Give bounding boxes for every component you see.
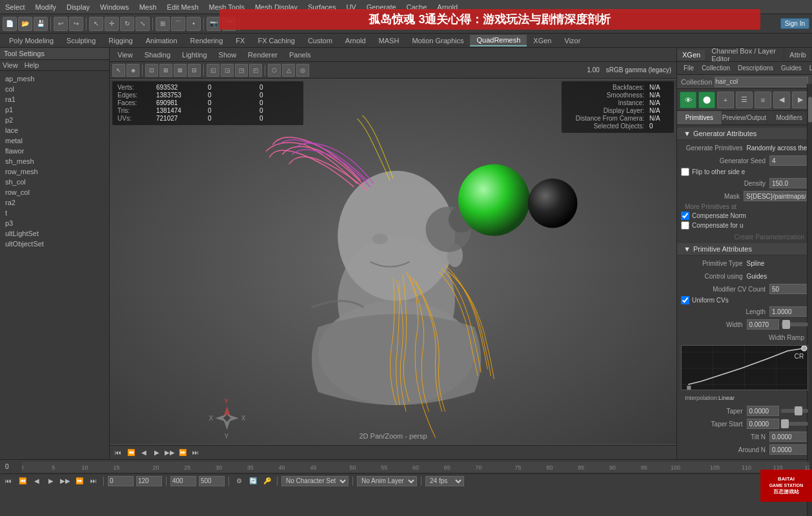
playback-forward-icon[interactable]: ▶▶	[59, 475, 71, 487]
nav-play-icon[interactable]: ▶	[151, 447, 163, 459]
compensate-norm-checkbox[interactable]	[681, 212, 689, 220]
width-slider-track[interactable]	[781, 322, 809, 326]
vp-icon-10[interactable]: △	[282, 64, 295, 77]
tab-arnold[interactable]: Arnold	[339, 35, 372, 46]
snap-grid-icon[interactable]: ⊞	[156, 17, 170, 31]
timeline-ticks[interactable]: 0 5 10 15 20 25 30 35 40 45 50 55 60 65 …	[22, 462, 809, 472]
nav-start-icon[interactable]: ⏮	[112, 447, 124, 459]
char-set-dropdown[interactable]: No Character Set	[281, 476, 349, 486]
left-item-lace[interactable]: lace	[5, 125, 104, 135]
rtab-attrib[interactable]: Attrib	[784, 50, 812, 60]
width-ramp-container[interactable]: CR	[681, 345, 808, 390]
menu-display[interactable]: Display	[61, 2, 95, 12]
rotate-icon[interactable]: ↻	[120, 17, 134, 31]
vp-icon-4[interactable]: ⊟	[188, 64, 201, 77]
left-item-sh-mesh[interactable]: sh_mesh	[5, 156, 104, 166]
vp-icon-select[interactable]: ↖	[112, 64, 125, 77]
rmenu-descriptions[interactable]: Descriptions	[734, 64, 777, 72]
tab-fx-caching[interactable]: FX Caching	[251, 35, 301, 46]
mask-input[interactable]	[744, 191, 808, 201]
vp-menu-view[interactable]: View	[112, 50, 138, 60]
rmenu-collection[interactable]: Collection	[698, 64, 734, 72]
loop-icon[interactable]: 🔄	[247, 475, 259, 487]
menu-modify[interactable]: Modify	[30, 2, 61, 12]
taper-slider-thumb[interactable]	[795, 406, 802, 415]
menu-mesh[interactable]: Mesh	[134, 2, 162, 12]
icon-add-desc[interactable]: +	[717, 92, 734, 108]
anim-end-field[interactable]	[199, 476, 225, 486]
snap-point-icon[interactable]: •	[187, 17, 201, 31]
select-icon[interactable]: ↖	[89, 17, 103, 31]
around-n-input[interactable]	[769, 444, 808, 455]
vp-icon-5[interactable]: ◱	[207, 64, 219, 77]
scale-icon[interactable]: ⤡	[136, 17, 150, 31]
sign-in-button[interactable]: Sign In	[780, 18, 809, 29]
icon-eye-green[interactable]: 👁	[680, 92, 696, 108]
nav-next-key-icon[interactable]: ⏩	[177, 447, 188, 459]
left-item-lightset[interactable]: ultLightSet	[5, 228, 104, 239]
modifier-cv-count-input[interactable]	[769, 284, 808, 294]
rmenu-file[interactable]: File	[680, 64, 698, 72]
nav-prev-key-icon[interactable]: ⏪	[125, 447, 137, 459]
generator-section-header[interactable]: ▼ Generator Attributes	[677, 128, 812, 140]
vp-icon-9[interactable]: ⬡	[268, 64, 281, 77]
vp-icon-1[interactable]: ⊡	[145, 64, 158, 77]
width-slider-thumb[interactable]	[782, 320, 790, 329]
snap-curve-icon[interactable]: ⌒	[171, 17, 185, 31]
undo-icon[interactable]: ↩	[54, 17, 68, 31]
taper-input[interactable]	[747, 406, 779, 416]
vp-icon-3[interactable]: ⊠	[174, 64, 187, 77]
left-item-row-mesh[interactable]: row_mesh	[5, 166, 104, 177]
current-frame-field[interactable]	[136, 476, 162, 486]
compensate-u-checkbox[interactable]	[681, 221, 689, 230]
vp-icon-8[interactable]: ◰	[249, 64, 262, 77]
tab-sculpting[interactable]: Sculpting	[60, 35, 102, 46]
tab-animation[interactable]: Animation	[139, 35, 184, 46]
playback-play-icon[interactable]: ▶	[45, 475, 57, 487]
open-file-icon[interactable]: 📂	[18, 17, 32, 31]
anim-start-field[interactable]	[170, 476, 196, 486]
rmenu-log[interactable]: Log	[806, 64, 812, 72]
taper-start-track[interactable]	[781, 422, 809, 426]
tab-mash[interactable]: MASH	[372, 35, 406, 46]
left-item-objectset[interactable]: ultObjectSet	[5, 239, 104, 249]
playback-end-icon[interactable]: ⏭	[88, 475, 99, 487]
tab-rigging[interactable]: Rigging	[102, 35, 139, 46]
left-item-ap-mesh[interactable]: ap_mesh	[5, 74, 104, 84]
viewport-canvas[interactable]: Y Y X X Verts: 693532 0 0 Edges: 1383753	[110, 79, 676, 445]
xgen-tab-primitives[interactable]: Primitives	[677, 111, 722, 124]
redo-icon[interactable]: ↪	[69, 17, 83, 31]
width-input[interactable]	[747, 319, 779, 330]
tab-custom[interactable]: Custom	[301, 35, 339, 46]
flip-other-side-checkbox[interactable]	[681, 168, 689, 176]
new-file-icon[interactable]: 📄	[3, 17, 17, 31]
vp-menu-shading[interactable]: Shading	[139, 50, 176, 60]
tab-fx[interactable]: FX	[229, 35, 251, 46]
vp-icon-7[interactable]: ◳	[235, 64, 248, 77]
keyframe-icon[interactable]: 🔑	[261, 475, 273, 487]
vp-menu-lighting[interactable]: Lighting	[177, 50, 212, 60]
taper-start-slider[interactable]	[747, 419, 809, 429]
icon-sphere-green[interactable]: ⬤	[698, 92, 715, 108]
playback-start-icon[interactable]: ⏮	[3, 475, 14, 487]
left-item-col[interactable]: col	[5, 84, 104, 94]
camera-icon[interactable]: 📷	[207, 17, 221, 31]
anim-layer-dropdown[interactable]: No Anim Layer	[357, 476, 417, 486]
playback-options-icon[interactable]: ⚙	[233, 475, 245, 487]
left-item-t[interactable]: t	[5, 208, 104, 218]
vp-icon-11[interactable]: ◎	[296, 64, 309, 77]
taper-start-thumb[interactable]	[781, 419, 789, 428]
vp-icon-6[interactable]: ◲	[221, 64, 234, 77]
left-item-p2[interactable]: p2	[5, 115, 104, 125]
xgen-tab-modifiers[interactable]: Modifiers	[767, 111, 812, 124]
density-input[interactable]	[769, 178, 808, 188]
generator-seed-input[interactable]	[769, 155, 808, 166]
vp-icon-camera[interactable]: ◈	[127, 64, 139, 77]
move-icon[interactable]: ✛	[105, 17, 119, 31]
nav-end-icon[interactable]: ⏭	[190, 447, 201, 459]
nav-prev-frame-icon[interactable]: ◀	[138, 447, 150, 459]
fps-dropdown[interactable]: 24 fps	[425, 476, 464, 486]
tab-xgen[interactable]: XGen	[527, 35, 558, 46]
taper-start-input[interactable]	[747, 419, 779, 429]
playback-next-icon[interactable]: ⏩	[74, 475, 85, 487]
